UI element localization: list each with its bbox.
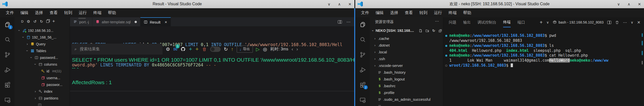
trash-icon[interactable] — [202, 47, 207, 52]
command-decoration-icon[interactable] — [445, 65, 447, 67]
export-button[interactable]: ↓ 导出 — [237, 46, 253, 53]
menu-view[interactable]: 查看 — [46, 10, 61, 16]
menu-edit[interactable]: 编辑 — [17, 10, 32, 16]
run-debug-icon[interactable] — [0, 64, 15, 75]
menu-edit[interactable]: 编辑 — [372, 10, 387, 16]
file-row-vscode-server[interactable]: ›.vscode-server — [370, 62, 443, 69]
next-page-icon[interactable]: › — [296, 46, 298, 52]
menu-selection[interactable]: 选择 — [387, 10, 401, 16]
tree-item-index[interactable]: › index — [15, 88, 70, 95]
tree-item-partitions[interactable]: › partitions — [15, 95, 70, 101]
menu-help[interactable]: 帮助 — [105, 10, 119, 16]
tree-item-tables[interactable]: › Tables — [15, 47, 70, 54]
command-decoration-icon[interactable] — [445, 45, 447, 47]
file-row-ssh[interactable]: ›.ssh — [370, 55, 443, 62]
split-terminal-icon[interactable] — [607, 21, 611, 24]
refresh-icon[interactable]: ↻ — [40, 20, 43, 23]
tree-item-connection[interactable]: › 192.168.56.10... — [15, 27, 70, 34]
menu-help[interactable]: 帮助 — [460, 10, 474, 16]
maximize-button[interactable]: ∧ — [627, 2, 630, 6]
workspace-section-header[interactable]: › NEKO [SSH: 192.168.... ↻ — [371, 27, 442, 34]
explorer-icon[interactable] — [355, 19, 370, 30]
settings-gear-icon[interactable]: ⚙ — [27, 20, 30, 23]
terminal-output[interactable]: neko@neko:/www/wwwroot/192.168.56.102_80… — [443, 27, 644, 106]
maximize-panel-icon[interactable]: ∨ — [631, 20, 633, 24]
tab-close-icon[interactable]: ✕ — [165, 20, 167, 24]
menu-file[interactable]: 文件 — [358, 10, 372, 16]
prev-page-icon[interactable]: ‹ — [292, 46, 293, 52]
menu-view[interactable]: 查看 — [401, 10, 416, 16]
explorer-icon[interactable]: 1 — [0, 19, 15, 30]
terminal-session-item[interactable]: bash - 192.168.56.102_8083 — [553, 20, 603, 24]
more-actions-icon[interactable]: ⋯ — [435, 19, 439, 24]
more-actions-icon[interactable]: ⋯ — [346, 20, 350, 24]
menu-go[interactable]: 转到 — [416, 10, 431, 16]
menu-go[interactable]: 转到 — [61, 10, 75, 16]
tab-alter-template-sql[interactable]: alter-template.sql — [92, 17, 140, 26]
remote-explorer-icon[interactable] — [355, 94, 370, 105]
close-button[interactable]: ✕ — [348, 2, 351, 6]
panel-tab-ports[interactable]: 端口 — [517, 17, 525, 27]
remote-explorer-icon[interactable] — [0, 94, 15, 105]
command-decoration-icon[interactable] — [445, 35, 447, 37]
tab-result[interactable]: Result ✕ — [140, 17, 171, 26]
search-icon[interactable] — [355, 34, 370, 45]
new-file-icon[interactable] — [419, 29, 422, 33]
refresh-icon[interactable]: ↻ — [432, 29, 435, 33]
kill-terminal-icon[interactable] — [615, 20, 619, 24]
menu-run[interactable]: 运行 — [431, 10, 445, 16]
file-row-bashrc[interactable]: $ .bashrc — [370, 82, 443, 89]
mail-icon[interactable]: ✉ 1 — [173, 47, 177, 52]
run-icon[interactable]: ▷ — [256, 47, 260, 52]
extensions-icon[interactable] — [0, 79, 15, 90]
file-row-dotnet[interactable]: ›.dotnet — [370, 42, 443, 49]
menu-selection[interactable]: 选择 — [32, 10, 46, 16]
file-row-bash-logout[interactable]: $ .bash_logout — [370, 76, 443, 82]
search-icon[interactable] — [0, 34, 15, 45]
panel-tab-output[interactable]: 输出 — [463, 17, 471, 27]
file-row-cache[interactable]: ›.cache — [370, 35, 443, 42]
new-folder-icon[interactable] — [425, 29, 429, 33]
terminal-dropdown-icon[interactable]: ∨ — [546, 20, 549, 24]
add-alt-icon[interactable]: + — [195, 46, 199, 52]
file-row-local[interactable]: ›.local — [370, 49, 443, 55]
tree-item-database[interactable]: › 192_168_56_... — [15, 34, 70, 41]
menu-terminal[interactable]: 终端 — [445, 10, 460, 16]
add-connection-icon[interactable]: + — [52, 19, 55, 24]
tree-item-column-id[interactable]: id int(11) — [15, 68, 70, 74]
duplicate-icon[interactable] — [46, 20, 49, 23]
menu-run[interactable]: 运行 — [75, 10, 90, 16]
settings-gear-icon[interactable]: ⚙ — [166, 47, 170, 52]
github-icon[interactable] — [181, 47, 186, 52]
tree-item-table-password[interactable]: › password... — [15, 54, 70, 61]
source-control-icon[interactable] — [355, 49, 370, 60]
menu-file[interactable]: 文件 — [3, 10, 17, 16]
source-control-icon[interactable] — [0, 49, 15, 60]
history-icon[interactable]: ↺ — [33, 20, 37, 23]
add-icon[interactable]: + — [189, 46, 192, 52]
extensions-icon[interactable]: 2 — [355, 79, 370, 90]
run-debug-icon[interactable] — [355, 64, 370, 75]
minimize-button[interactable]: ∨ — [328, 2, 330, 6]
panel-tab-terminal[interactable]: 终端 — [503, 17, 511, 27]
maximize-button[interactable]: ∧ — [338, 2, 341, 6]
menu-terminal[interactable]: 终端 — [90, 10, 105, 16]
tree-item-column-password[interactable]: passwor... — [15, 81, 70, 88]
panel-tab-problems[interactable]: 问题 — [449, 17, 456, 27]
close-button[interactable]: ✕ — [638, 2, 641, 6]
collapse-all-icon[interactable] — [438, 29, 442, 33]
refresh-icon[interactable]: ↻ — [224, 47, 228, 52]
eye-icon[interactable]: ◎ — [263, 47, 267, 52]
tree-item-columns[interactable]: › columns — [15, 61, 70, 68]
close-panel-icon[interactable]: ✕ — [637, 20, 640, 25]
editor-scrollbar-sliver[interactable] — [78, 18, 86, 19]
up-arrow-icon[interactable]: ↑ — [231, 47, 234, 52]
tree-item-query[interactable]: › Query — [15, 41, 70, 47]
split-editor-icon[interactable] — [338, 20, 342, 24]
toggle-switch[interactable] — [210, 47, 221, 52]
minimize-button[interactable]: ∨ — [617, 2, 620, 6]
search-input[interactable] — [79, 47, 159, 52]
file-row-profile[interactable]: $ .profile — [370, 89, 443, 96]
tree-item-column-username[interactable]: userna... — [15, 74, 70, 81]
new-terminal-icon[interactable]: + — [540, 20, 543, 25]
